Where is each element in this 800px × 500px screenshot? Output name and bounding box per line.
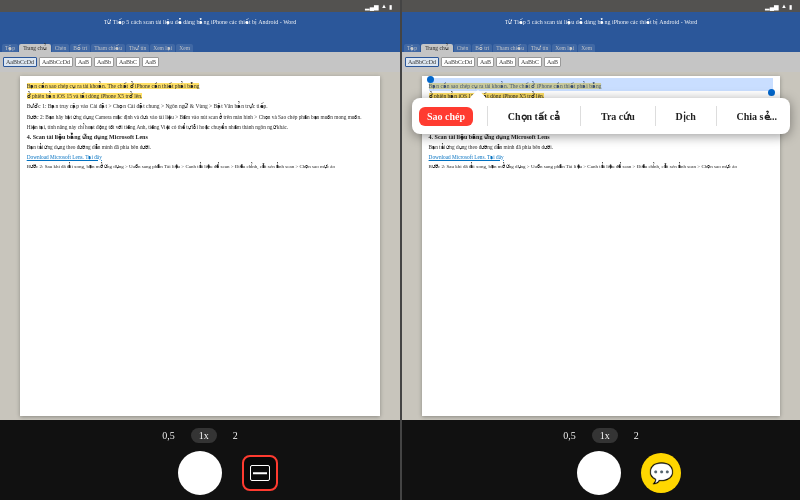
left-tab-view: Xem	[176, 44, 193, 52]
ctx-copy[interactable]: Sao chép	[419, 107, 473, 126]
left-doc-section-4: 4. Scan tài liệu bằng ứng dụng Microsoft…	[27, 133, 374, 142]
left-scan-icon	[250, 465, 270, 481]
left-highlight-2: ở phiên bản iOS 15 và tất dòng iPhone X5…	[27, 93, 143, 99]
left-style-1: AaBbCcDd	[39, 57, 73, 67]
ctx-div-4	[716, 106, 717, 126]
right-text-selection	[429, 78, 774, 91]
left-doc-line-5: Hiện tại, tính năng này chỉ hoạt động tố…	[27, 124, 374, 132]
left-ribbon: AaBbCcDd AaBbCcDd AaB AaBb AaBbC AaB	[0, 52, 400, 72]
right-tab-file: Tệp	[404, 44, 420, 52]
right-zoom-05[interactable]: 0,5	[563, 430, 576, 441]
context-menu: Sao chép Chọn tất cả Tra cứu Dịch Chia s…	[412, 98, 790, 134]
left-status-icons: ▂▄▆ ▲ ▮	[365, 3, 392, 10]
left-tab-review: Xem lại	[150, 44, 175, 52]
left-style-5: AaB	[142, 57, 159, 67]
right-tab-layout: Bố trí	[472, 44, 492, 52]
right-doc-title: Từ Tiếp 5 cách scan tài liệu dễ dàng bằn…	[505, 18, 698, 25]
chat-icon: 💬	[649, 461, 674, 485]
left-camera-bottom: 0,5 1x 2	[0, 420, 400, 500]
left-word-tabs: Tệp Trang chủ Chèn Bố trí Tham chiếu Thư…	[0, 30, 400, 52]
left-doc-line-4: Bước 2: Bạn hãy bật ứng dụng Camera mặc …	[27, 114, 374, 122]
right-doc-line-8: Bước 2: Sau khi đã tải xong, bạn mở ứng …	[429, 163, 774, 170]
ctx-div-1	[487, 106, 488, 126]
left-scan-button[interactable]	[242, 455, 278, 491]
right-handle-left	[427, 76, 434, 83]
right-signal-icon: ▂▄▆	[765, 3, 779, 10]
right-tab-review: Xem lại	[552, 44, 577, 52]
left-doc-line-8: Bước 2: Sau khi đã tải xong, bạn mở ứng …	[27, 163, 374, 170]
left-doc-line-6: Bạn tải ứng dụng theo đường dẫn mình đã …	[27, 144, 374, 152]
right-phone-panel: ▂▄▆ ▲ ▮ Từ Tiếp 5 cách scan tài liệu dễ …	[400, 0, 800, 500]
left-doc-line-3: Bước 1: Bạn truy cập vào Cài đặt > Chọn …	[27, 103, 374, 111]
left-doc-title-bar: Từ Tiếp 5 cách scan tài liệu dễ dàng bằn…	[0, 12, 400, 30]
right-style-1: AaBbCcDd	[441, 57, 475, 67]
left-tab-home: Trang chủ	[19, 44, 51, 52]
ctx-lookup[interactable]: Tra cứu	[595, 107, 641, 126]
left-tab-layout: Bố trí	[70, 44, 90, 52]
right-doc-section-4: 4. Scan tài liệu bằng ứng dụng Microsoft…	[429, 133, 774, 142]
right-zoom-1x[interactable]: 1x	[592, 428, 618, 443]
left-shutter-button[interactable]	[178, 451, 222, 495]
right-doc-line-7: Download Microsoft Lens. Tại đây	[429, 154, 774, 162]
right-tab-view: Xem	[578, 44, 595, 52]
left-camera-controls	[0, 447, 400, 499]
right-doc-background: ▂▄▆ ▲ ▮ Từ Tiếp 5 cách scan tài liệu dễ …	[402, 0, 800, 420]
ctx-div-3	[655, 106, 656, 126]
left-shutter-inner	[182, 455, 218, 491]
left-doc-background: ▂▄▆ ▲ ▮ Từ Tiếp 5 cách scan tài liệu dễ …	[0, 0, 400, 420]
left-doc-line-2: ở phiên bản iOS 15 và tất dòng iPhone X5…	[27, 93, 374, 101]
left-wifi-icon: ▲	[381, 3, 387, 9]
left-style-3: AaBb	[94, 57, 114, 67]
right-camera-controls: 💬	[402, 447, 800, 499]
right-tab-insert: Chèn	[454, 44, 472, 52]
right-tab-ref: Tham chiếu	[493, 44, 527, 52]
right-shutter-button[interactable]	[577, 451, 621, 495]
left-tab-insert: Chèn	[52, 44, 70, 52]
right-style-3: AaBb	[496, 57, 516, 67]
left-zoom-05[interactable]: 0,5	[162, 430, 175, 441]
left-tab-mail: Thư tín	[126, 44, 149, 52]
left-highlight-1: Bạn cần sao chép cụ ra tài khoản. The ch…	[27, 83, 200, 89]
left-signal-icon: ▂▄▆	[365, 3, 379, 10]
right-camera-bottom: 0,5 1x 2 💬	[402, 420, 800, 500]
right-word-tabs: Tệp Trang chủ Chèn Bố trí Tham chiếu Thư…	[402, 30, 800, 52]
left-tab-ref: Tham chiếu	[91, 44, 125, 52]
left-status-bar: ▂▄▆ ▲ ▮	[0, 0, 400, 12]
left-doc-page: Bạn cần sao chép cụ ra tài khoản. The ch…	[20, 76, 381, 416]
left-phone-panel: ▂▄▆ ▲ ▮ Từ Tiếp 5 cách scan tài liệu dễ …	[0, 0, 400, 500]
ctx-div-2	[580, 106, 581, 126]
right-status-bar: ▂▄▆ ▲ ▮	[402, 0, 800, 12]
right-style-normal: AaBbCcDd	[405, 57, 439, 67]
right-style-2: AaB	[477, 57, 494, 67]
right-zoom-2[interactable]: 2	[634, 430, 639, 441]
left-doc-title: Từ Tiếp 5 cách scan tài liệu dễ dàng bằn…	[104, 18, 297, 25]
ctx-share[interactable]: Chia sẻ...	[731, 107, 783, 126]
right-wifi-icon: ▲	[781, 3, 787, 9]
right-status-icons: ▂▄▆ ▲ ▮	[765, 3, 792, 10]
left-camera-zoom: 0,5 1x 2	[0, 420, 400, 447]
right-shutter-inner	[581, 455, 617, 491]
ctx-select-all[interactable]: Chọn tất cả	[502, 107, 566, 126]
right-tab-home: Trang chủ	[421, 44, 453, 52]
left-zoom-1x[interactable]: 1x	[191, 428, 217, 443]
right-style-4: AaBbC	[518, 57, 542, 67]
right-handle-right	[768, 89, 775, 96]
left-doc-content: Bạn cần sao chép cụ ra tài khoản. The ch…	[0, 72, 400, 420]
right-doc-title-bar: Từ Tiếp 5 cách scan tài liệu dễ dàng bằn…	[402, 12, 800, 30]
right-battery-icon: ▮	[789, 3, 792, 10]
right-camera-zoom: 0,5 1x 2	[402, 420, 800, 447]
ctx-translate[interactable]: Dịch	[670, 107, 702, 126]
left-zoom-2[interactable]: 2	[233, 430, 238, 441]
left-style-2: AaB	[75, 57, 92, 67]
right-camera-view: ▂▄▆ ▲ ▮ Từ Tiếp 5 cách scan tài liệu dễ …	[402, 0, 800, 420]
left-tab-file: Tệp	[2, 44, 18, 52]
left-doc-line-7: Download Microsoft Lens. Tại đây	[27, 154, 374, 162]
left-battery-icon: ▮	[389, 3, 392, 10]
left-style-4: AaBbC	[116, 57, 140, 67]
left-doc-line-1: Bạn cần sao chép cụ ra tài khoản. The ch…	[27, 83, 374, 91]
left-style-normal: AaBbCcDd	[3, 57, 37, 67]
right-style-5: AaB	[544, 57, 561, 67]
right-chat-button[interactable]: 💬	[641, 453, 681, 493]
right-doc-line-6: Bạn tải ứng dụng theo đường dẫn mình đã …	[429, 144, 774, 152]
left-camera-view: ▂▄▆ ▲ ▮ Từ Tiếp 5 cách scan tài liệu dễ …	[0, 0, 400, 420]
